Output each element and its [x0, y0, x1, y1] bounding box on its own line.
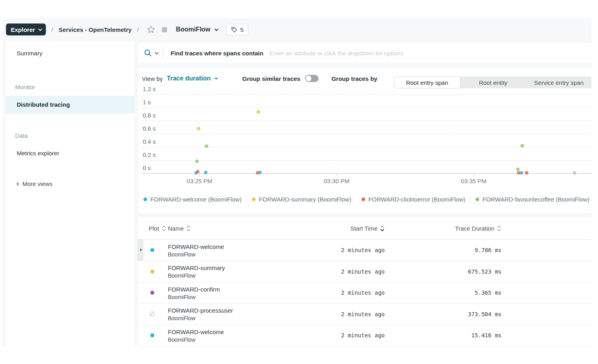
gridline [142, 121, 592, 121]
group-similar-label: Group similar traces [242, 75, 301, 82]
trace-data-point[interactable] [204, 170, 208, 174]
sort-icon[interactable] [497, 225, 502, 232]
sidebar-item-summary[interactable]: Summary [6, 46, 134, 61]
gridline [142, 94, 592, 95]
chart-legend: FORWARD-welcome (BoomiFlow) FORWARD-summ… [144, 194, 590, 204]
x-axis-tick-label: 03:35 PM [461, 178, 486, 184]
entity-name: BoomiFlow [176, 26, 210, 33]
chevron-right-icon [16, 182, 19, 185]
entity-selector[interactable]: BoomiFlow [176, 26, 217, 33]
more-views-label: More views [22, 180, 53, 187]
sidebar-item-metrics-explorer[interactable]: Metrics explorer [6, 146, 134, 160]
start-time: 2 minutes ago [286, 311, 385, 317]
chevron-down-icon [214, 27, 218, 31]
y-axis-tick-label: 0.4 s [143, 138, 156, 145]
trace-duration: 15.416 ms [385, 332, 502, 339]
series-dot-icon [144, 198, 147, 201]
trace-name: FORWARD-summary [168, 264, 286, 272]
segment-root-entry-span[interactable]: Root entry span [394, 76, 460, 88]
sort-icon-active-desc[interactable] [380, 225, 385, 232]
app-canvas: Explorer / Services - OpenTelemetry / Bo… [3, 18, 592, 346]
table-row[interactable]: ∅ FORWARD-processuserBoomiFlow 2 minutes… [138, 304, 592, 325]
sidebar-section-monitor: Monitor [6, 80, 134, 94]
x-axis-tick-label: 03:25 PM [187, 178, 212, 184]
trace-entity: BoomiFlow [168, 272, 286, 280]
gridline [142, 108, 592, 108]
trace-data-point[interactable] [517, 171, 521, 174]
group-by-label: Group traces by [331, 75, 377, 82]
trace-name: FORWARD-processuser [168, 307, 286, 315]
trace-data-point[interactable] [195, 160, 199, 163]
trace-data-point[interactable] [572, 171, 576, 174]
y-axis-tick-label: 1.2 s [143, 86, 156, 92]
search-icon [144, 49, 152, 57]
trace-duration: 5.365 ms [385, 290, 502, 296]
trace-entity: BoomiFlow [168, 315, 286, 322]
trace-data-point[interactable] [205, 145, 209, 148]
trace-name: FORWARD-welcome [168, 243, 286, 251]
column-trace-duration: Trace Duration [455, 225, 494, 232]
breadcrumb-separator: / [137, 26, 139, 33]
toggle-knob [306, 76, 311, 81]
group-by-segmented-control: Root entry span Root entity Service entr… [394, 76, 592, 88]
chevron-right-icon [139, 249, 142, 251]
legend-label: FORWARD-summary (BoomiFlow) [259, 196, 351, 203]
trace-data-point[interactable] [520, 144, 524, 147]
trace-name: FORWARD-welcome [168, 328, 286, 336]
sort-icon[interactable] [161, 225, 166, 232]
not-plotted-icon: ∅ [150, 310, 155, 318]
trace-chart-panel: View by Trace duration Group similar tra… [138, 68, 592, 213]
legend-item-summary[interactable]: FORWARD-summary (BoomiFlow) [252, 196, 351, 203]
trace-data-point[interactable] [256, 171, 260, 174]
breadcrumb-service-link[interactable]: Services - OpenTelemetry [59, 26, 132, 33]
start-time: 2 minutes ago [286, 290, 385, 296]
breadcrumb: Explorer / Services - OpenTelemetry / Bo… [3, 18, 592, 41]
y-axis-tick-label: 0.6 s [143, 125, 156, 132]
legend-label: FORWARD-favouritecoffee (BoomiFlow) [482, 196, 589, 203]
plot-dot-icon [150, 291, 154, 295]
scatter-plot[interactable]: 1.2 s1 s0.8 s0.6 s0.4 s0.2 s0 s03:25 PM0… [142, 88, 592, 173]
filter-label: Find traces where spans contain [171, 50, 264, 57]
table-row[interactable]: FORWARD-summaryBoomiFlow 2 minutes ago 6… [138, 261, 592, 283]
view-by-value: Trace duration [167, 75, 210, 82]
trace-data-point[interactable] [516, 168, 519, 171]
tags-button[interactable]: 5 [226, 24, 248, 35]
trace-filter-bar: Find traces where spans contain [138, 43, 592, 63]
sort-icon[interactable] [186, 225, 191, 232]
trace-entity: BoomiFlow [168, 294, 286, 301]
segment-service-entry-span[interactable]: Service entry span [526, 76, 592, 88]
table-expand-handle[interactable] [138, 239, 144, 261]
sidebar: Summary Monitor Distributed tracing Data… [6, 41, 134, 346]
tag-count: 5 [240, 26, 244, 33]
explorer-menu-button[interactable]: Explorer [6, 23, 46, 35]
legend-item-favouritecoffee[interactable]: FORWARD-favouritecoffee (BoomiFlow) [476, 196, 589, 203]
legend-item-welcome[interactable]: FORWARD-welcome (BoomiFlow) [144, 196, 242, 203]
favorite-star-icon[interactable] [147, 25, 155, 34]
start-time: 2 minutes ago [286, 332, 385, 339]
breadcrumb-separator: / [51, 26, 53, 33]
sidebar-more-views[interactable]: More views [6, 180, 134, 187]
table-header: Plot Name Start Time Trace Duration [138, 217, 592, 240]
chevron-down-icon [38, 27, 42, 31]
legend-item-clicktoerror[interactable]: FORWARD-clicktoerror (BoomiFlow) [362, 196, 465, 203]
trace-data-point[interactable] [256, 110, 260, 114]
sidebar-item-distributed-tracing[interactable]: Distributed tracing [6, 96, 134, 114]
gridline [142, 147, 592, 147]
trace-data-point[interactable] [525, 171, 528, 174]
table-row[interactable]: FORWARD-confirmBoomiFlow 2 minutes ago 5… [138, 282, 592, 304]
trace-filter-input[interactable] [270, 50, 592, 57]
legend-label: FORWARD-welcome (BoomiFlow) [150, 196, 242, 203]
column-plot: Plot [149, 225, 159, 232]
group-similar-toggle[interactable] [305, 75, 319, 82]
trace-data-point[interactable] [197, 127, 201, 131]
series-dot-icon [362, 198, 365, 201]
table-row[interactable]: FORWARD-welcomeBoomiFlow 2 minutes ago 1… [138, 325, 592, 346]
view-by-dropdown[interactable]: Trace duration [167, 75, 216, 82]
chevron-down-icon [155, 51, 159, 55]
trace-data-point[interactable] [196, 170, 200, 173]
search-dropdown[interactable] [138, 49, 157, 57]
gridline [142, 134, 592, 134]
table-row[interactable]: FORWARD-welcomeBoomiFlow 2 minutes ago 9… [138, 240, 592, 261]
segment-root-entity[interactable]: Root entity [460, 76, 526, 88]
plot-dot-icon [150, 248, 154, 252]
